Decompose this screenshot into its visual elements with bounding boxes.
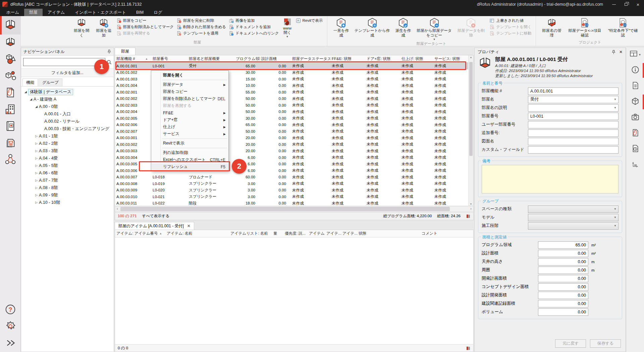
scrollbar-thumb[interactable] — [120, 207, 450, 211]
column-header[interactable]: 部屋データステータス — [291, 56, 330, 61]
search-input[interactable]: ▾ — [23, 58, 105, 66]
tab-room-items[interactable]: 部屋のアイテム [A.00.01.001 - 受付] ✕ — [115, 222, 194, 230]
numeric-field[interactable]: 0.00 — [538, 283, 588, 291]
tree-item[interactable]: A.00.02 - リテール — [22, 118, 113, 125]
tree-collapsed-icon[interactable]: ▷ — [34, 149, 39, 153]
sidebar-item-items[interactable] — [0, 51, 21, 68]
menu-item[interactable]: 列の追加/削除 — [152, 149, 228, 156]
tree-collapsed-icon[interactable]: ▷ — [34, 164, 39, 167]
pin-icon[interactable] — [611, 50, 616, 54]
menu-item[interactable]: リフレッシュF5 — [152, 163, 228, 170]
panel-button-camera[interactable] — [626, 113, 644, 123]
document-link-button[interactable]: ドキュメントへのリンク — [229, 31, 279, 36]
include-deleted-button[interactable]: 削除された部屋を含める — [176, 24, 226, 30]
column-header[interactable]: アイテム: 名前 — [165, 231, 229, 236]
numeric-field[interactable]: 0.00 — [538, 250, 588, 257]
column-header[interactable]: 量 — [272, 231, 283, 236]
scroll-down-icon[interactable]: ▾ — [469, 202, 473, 206]
column-header[interactable]: アイテム... — [308, 231, 325, 236]
menu-item[interactable]: Revitで表示 — [152, 140, 228, 147]
nav-tab-groups[interactable]: グループ — [39, 78, 62, 86]
tree-collapsed-icon[interactable]: ▷ — [34, 193, 39, 197]
menu-item[interactable]: 部屋を削除済みとしてマークDEL — [152, 95, 228, 102]
notes-textarea[interactable] — [482, 165, 619, 193]
sidebar-item-reports[interactable] — [0, 135, 21, 152]
menu-item[interactable]: 部屋をコピー — [152, 88, 228, 95]
tree-item[interactable]: ◢体験版 | データベース — [22, 88, 113, 96]
tree-item[interactable]: ▷A.04 - 4愛 — [22, 155, 113, 162]
close-tab-icon[interactable]: ✕ — [187, 224, 191, 228]
sidebar-item-buildings[interactable] — [0, 102, 21, 118]
text-field[interactable] — [528, 146, 619, 154]
column-header[interactable]: 部屋番号 — [151, 56, 187, 61]
panel-button-attachment[interactable] — [626, 128, 644, 138]
numeric-field[interactable]: 0.00 — [538, 292, 588, 299]
sidebar-item-rooms[interactable] — [0, 16, 21, 35]
sheet-copy-button[interactable]: 部屋から部屋データをコピー▼ — [415, 17, 454, 41]
menu-tab-items[interactable]: アイテム — [43, 9, 70, 16]
tree-item[interactable]: ▷A.07 - 7階 — [22, 177, 113, 184]
sidebar-item-attachments[interactable] — [0, 85, 21, 102]
column-header[interactable]: アイテ... — [341, 231, 357, 236]
add-room-button[interactable]: 部屋を追加 — [93, 17, 115, 38]
tree-item[interactable]: A.00.01 - 入口 — [22, 110, 113, 118]
tree-item[interactable]: ▷A.05 - 5階 — [22, 162, 113, 169]
combo-field[interactable]: ▼ — [528, 104, 619, 112]
room-copy-button[interactable]: 部屋をコピー — [116, 18, 174, 23]
column-header[interactable]: ドア+窓: 状態 — [365, 56, 400, 61]
tree-collapsed-icon[interactable]: ▷ — [34, 179, 39, 182]
check-one-one-button[interactable]: 1:1部屋データ<->項目確認 — [565, 17, 604, 38]
menu-item[interactable]: 部屋データ▶ — [152, 81, 228, 88]
report-icon[interactable] — [466, 214, 471, 219]
numeric-field[interactable]: 0.00 — [538, 267, 588, 274]
table-row[interactable]: A.00.03.009L0-020スプリンクラー3.000.00未作成未作成未作… — [115, 187, 468, 194]
tree-item[interactable]: ▷A.10 - 10階 — [22, 199, 113, 206]
tree-collapsed-icon[interactable]: ▷ — [34, 201, 39, 204]
sheet-from-template-button[interactable]: テンプレートから作成 — [353, 17, 392, 38]
minimize-button[interactable] — [608, 0, 620, 9]
apply-template-button[interactable]: テンプレートを適用 — [176, 31, 226, 36]
column-header[interactable]: 優先度: 説... — [283, 231, 308, 236]
numeric-field[interactable]: 65.00 — [538, 241, 588, 249]
tab-rooms[interactable]: 部屋 — [115, 48, 136, 55]
pin-icon[interactable] — [107, 50, 111, 54]
tree-item[interactable]: ▷A.06 - 6階 — [22, 169, 113, 177]
menu-tab-rooms[interactable]: 部屋 — [24, 9, 43, 16]
nav-tab-functions[interactable]: 機能 — [22, 78, 38, 86]
add-document-button[interactable]: ドキュメントを追加 — [229, 24, 279, 30]
tree-item[interactable]: A.00.03 - 技術・エンジニアリング — [22, 125, 113, 132]
table-row[interactable]: A.00.01.001L0-001受付65.000.00未作成未作成未作成未作成… — [115, 63, 468, 69]
tree-item[interactable]: ◢A.00 - 0階 — [22, 103, 113, 110]
menu-tab-bim[interactable]: BIM — [131, 9, 149, 16]
tree-expanded-icon[interactable]: ◢ — [23, 90, 28, 94]
room-delete-button[interactable]: 部屋を完全に削除 — [176, 18, 226, 23]
numeric-field[interactable]: 0.00 — [538, 258, 588, 266]
menu-tab-log[interactable]: ログ — [149, 9, 167, 16]
close-panel-icon[interactable]: ✕ — [619, 50, 623, 54]
table-row[interactable]: A.00.03.011L0-022階段18.000.00未作成未作成未作成未作成… — [115, 200, 468, 207]
table-row[interactable]: A.00.03.008L0-019スプリンクラー3.000.00未作成未作成未作… — [115, 180, 468, 187]
horizontal-scrollbar[interactable]: ‹ › — [115, 206, 474, 212]
menu-item[interactable]: FF&E▶ — [152, 109, 228, 116]
tree-collapsed-icon[interactable]: ▷ — [34, 171, 39, 175]
table-row[interactable]: A.00.03.007L0-018プロムナード60.000.00未作成未作成未作… — [115, 174, 468, 181]
sheet-derive-button[interactable]: 派生を作成 — [392, 17, 415, 38]
tree-expanded-icon[interactable]: ◢ — [29, 98, 34, 101]
tree-item[interactable]: ◢A - 建築物 A — [22, 96, 113, 103]
restore-button[interactable] — [620, 0, 632, 9]
panel-button-model[interactable] — [626, 97, 644, 107]
tree-item[interactable]: ▷A.03 - 3階 — [22, 147, 113, 155]
room-mark-deleted-button[interactable]: 部屋を削除済みとしてマーク — [116, 24, 174, 30]
column-header[interactable]: アイテ... — [325, 231, 341, 236]
sidebar-item-relations[interactable] — [0, 152, 21, 169]
www-open-button[interactable]: www 開く ▼ — [280, 17, 294, 38]
show-all-link[interactable]: すべて表示する — [142, 214, 170, 219]
tree-collapsed-icon[interactable]: ▷ — [34, 134, 39, 138]
vertical-scrollbar[interactable]: ▴ ▾ — [468, 55, 473, 206]
text-field[interactable] — [528, 138, 619, 145]
tree-item[interactable]: ▷A.02 - 2階 — [22, 140, 113, 147]
scroll-left-icon[interactable]: ‹ — [117, 207, 118, 211]
sidebar-item-linked-items[interactable] — [0, 68, 21, 85]
sidebar-item-catalog[interactable] — [0, 118, 21, 135]
tree-expanded-icon[interactable]: ◢ — [34, 105, 39, 108]
